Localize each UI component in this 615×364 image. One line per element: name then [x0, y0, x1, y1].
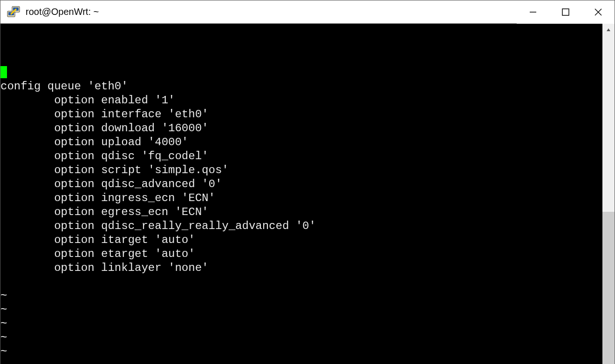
cursor [0, 66, 7, 78]
scroll-up-button[interactable] [602, 24, 615, 36]
terminal-line: option ingress_ecn 'ECN' [0, 191, 602, 205]
empty-line-marker: ~ [0, 359, 602, 364]
terminal-line: option interface 'eth0' [0, 108, 602, 121]
terminal-line: option enabled '1' [0, 94, 602, 108]
terminal-line: option download '16000' [0, 121, 602, 135]
minimize-button[interactable] [517, 0, 549, 24]
svg-rect-6 [562, 9, 569, 15]
terminal-line: option script 'simple.qos' [0, 163, 602, 177]
terminal-line: option upload '4000' [0, 135, 602, 149]
scrollbar-track[interactable] [602, 36, 615, 364]
close-button[interactable] [582, 0, 615, 24]
terminal-line: option qdisc 'fq_codel' [0, 149, 602, 163]
terminal-line [0, 66, 602, 80]
svg-marker-9 [607, 28, 610, 31]
putty-icon [6, 5, 21, 20]
empty-line-marker: ~ [0, 303, 602, 317]
empty-line-marker: ~ [0, 331, 602, 345]
terminal-line: option egress_ecn 'ECN' [0, 205, 602, 219]
terminal-line: option itarget 'auto' [0, 233, 602, 247]
scrollbar-thumb[interactable] [602, 36, 615, 212]
terminal-line [0, 275, 602, 289]
terminal-line: option etarget 'auto' [0, 247, 602, 261]
titlebar[interactable]: root@OpenWrt: ~ [0, 0, 615, 24]
scrollbar[interactable] [602, 24, 615, 364]
terminal-line: option qdisc_really_really_advanced '0' [0, 219, 602, 233]
terminal-line: option qdisc_advanced '0' [0, 177, 602, 191]
maximize-button[interactable] [549, 0, 582, 24]
client-area: config queue 'eth0' option enabled '1' o… [0, 24, 615, 364]
empty-line-marker: ~ [0, 289, 602, 303]
terminal-line: option linklayer 'none' [0, 261, 602, 275]
empty-line-marker: ~ [0, 345, 602, 359]
terminal[interactable]: config queue 'eth0' option enabled '1' o… [0, 24, 602, 364]
terminal-line: config queue 'eth0' [0, 80, 602, 94]
window: root@OpenWrt: ~ config queue 'eth0' opti… [0, 0, 615, 364]
window-title: root@OpenWrt: ~ [26, 7, 99, 17]
empty-line-marker: ~ [0, 317, 602, 331]
